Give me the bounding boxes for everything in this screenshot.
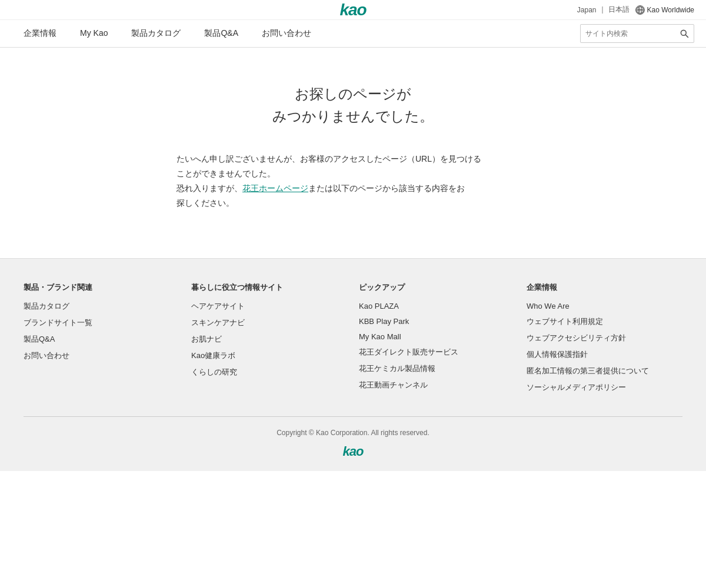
worldwide-label: Kao Worldwide bbox=[647, 6, 694, 14]
svg-line-4 bbox=[685, 35, 688, 37]
footer-link-skincare[interactable]: スキンケアナビ bbox=[191, 318, 245, 327]
list-item[interactable]: 花王動画チャンネル bbox=[359, 380, 515, 390]
nav-link-contact[interactable]: お問い合わせ bbox=[250, 20, 323, 47]
footer-col1-title: 製品・ブランド関連 bbox=[24, 282, 179, 293]
search-button[interactable] bbox=[675, 26, 694, 41]
footer-logo-text: kao bbox=[343, 444, 364, 459]
list-item[interactable]: Kao PLAZA bbox=[359, 301, 515, 310]
header-right-region: Japan ｜ 日本語 Kao Worldwide bbox=[577, 5, 694, 15]
footer-link-contact[interactable]: お問い合わせ bbox=[24, 351, 69, 360]
error-body-suffix: または以下のページから該当する内容をお bbox=[308, 183, 465, 193]
footer-columns: 製品・ブランド関連 製品カタログ ブランドサイト一覧 製品Q&A お問い合わせ … bbox=[24, 282, 682, 399]
footer-col4-list: Who We Are ウェブサイト利用規定 ウェブアクセシビリティ方針 個人情報… bbox=[527, 301, 682, 393]
list-item[interactable]: ウェブサイト利用規定 bbox=[527, 316, 682, 327]
list-item[interactable]: スキンケアナビ bbox=[191, 318, 347, 328]
nav-item-company[interactable]: 企業情報 bbox=[12, 20, 68, 47]
footer-link-social-media[interactable]: ソーシャルメディアポリシー bbox=[527, 383, 626, 392]
list-item[interactable]: ソーシャルメディアポリシー bbox=[527, 382, 682, 393]
footer-link-accessibility[interactable]: ウェブアクセシビリティ方針 bbox=[527, 333, 626, 342]
footer: 製品・ブランド関連 製品カタログ ブランドサイト一覧 製品Q&A お問い合わせ … bbox=[0, 258, 706, 471]
list-item[interactable]: 花王ダイレクト販売サービス bbox=[359, 347, 515, 358]
list-item[interactable]: くらしの研究 bbox=[191, 367, 347, 377]
footer-link-kbb[interactable]: KBB Play Park bbox=[359, 317, 409, 326]
footer-link-direct[interactable]: 花王ダイレクト販売サービス bbox=[359, 348, 458, 356]
globe-icon bbox=[635, 5, 645, 15]
footer-col-pickup: ピックアップ Kao PLAZA KBB Play Park My Kao Ma… bbox=[359, 282, 515, 399]
footer-col-lifestyle: 暮らしに役立つ情報サイト ヘアケアサイト スキンケアナビ お肌ナビ Kao健康ラ… bbox=[191, 282, 347, 399]
nav-item-qa[interactable]: 製品Q&A bbox=[192, 20, 250, 47]
list-item[interactable]: My Kao Mall bbox=[359, 332, 515, 341]
footer-link-kaoplaza[interactable]: Kao PLAZA bbox=[359, 302, 399, 310]
footer-bottom: Copyright © Kao Corporation. All rights … bbox=[24, 416, 682, 459]
main-nav: 企業情報 My Kao 製品カタログ 製品Q&A お問い合わせ bbox=[0, 20, 706, 48]
nav-link-catalog[interactable]: 製品カタログ bbox=[119, 20, 192, 47]
list-item[interactable]: 個人情報保護指針 bbox=[527, 349, 682, 360]
list-item[interactable]: ウェブアクセシビリティ方針 bbox=[527, 333, 682, 343]
site-logo[interactable]: kao bbox=[339, 1, 366, 19]
footer-link-life[interactable]: くらしの研究 bbox=[191, 368, 237, 376]
main-content: お探しのページが みつかりませんでした。 たいへん申し訳ございませんが、お客様の… bbox=[0, 48, 706, 258]
list-item[interactable]: お問い合わせ bbox=[24, 350, 179, 361]
footer-link-whoweare[interactable]: Who We Are bbox=[527, 302, 570, 310]
list-item[interactable]: 製品カタログ bbox=[24, 301, 179, 312]
header-region-info: Japan ｜ 日本語 bbox=[577, 5, 630, 15]
footer-col3-title: ピックアップ bbox=[359, 282, 515, 293]
svg-point-1 bbox=[638, 6, 642, 14]
nav-item-mykao[interactable]: My Kao bbox=[68, 20, 119, 47]
footer-col3-list: Kao PLAZA KBB Play Park My Kao Mall 花王ダイ… bbox=[359, 301, 515, 390]
footer-link-anonymized[interactable]: 匿名加工情報の第三者提供について bbox=[527, 366, 649, 375]
footer-link-video[interactable]: 花王動画チャンネル bbox=[359, 380, 428, 389]
footer-col4-title: 企業情報 bbox=[527, 282, 682, 293]
footer-link-brand[interactable]: ブランドサイト一覧 bbox=[24, 318, 92, 327]
nav-link-mykao[interactable]: My Kao bbox=[68, 20, 119, 46]
nav-link-company[interactable]: 企業情報 bbox=[12, 20, 68, 47]
nav-link-qa[interactable]: 製品Q&A bbox=[192, 20, 250, 47]
list-item[interactable]: KBB Play Park bbox=[359, 316, 515, 326]
list-item[interactable]: 匿名加工情報の第三者提供について bbox=[527, 366, 682, 376]
footer-col2-list: ヘアケアサイト スキンケアナビ お肌ナビ Kao健康ラボ くらしの研究 bbox=[191, 301, 347, 377]
list-item[interactable]: ヘアケアサイト bbox=[191, 301, 347, 312]
footer-col-products: 製品・ブランド関連 製品カタログ ブランドサイト一覧 製品Q&A お問い合わせ bbox=[24, 282, 179, 399]
kao-homepage-link[interactable]: 花王ホームページ bbox=[242, 183, 308, 193]
kao-worldwide-link[interactable]: Kao Worldwide bbox=[635, 5, 694, 15]
list-item[interactable]: Who We Are bbox=[527, 301, 682, 310]
list-item[interactable]: Kao健康ラボ bbox=[191, 350, 347, 361]
country-label: Japan bbox=[577, 6, 597, 14]
footer-link-privacy[interactable]: 個人情報保護指針 bbox=[527, 350, 588, 359]
footer-link-haircare[interactable]: ヘアケアサイト bbox=[191, 302, 245, 310]
nav-item-contact[interactable]: お問い合わせ bbox=[250, 20, 323, 47]
list-item[interactable]: 花王ケミカル製品情報 bbox=[359, 363, 515, 374]
nav-links: 企業情報 My Kao 製品カタログ 製品Q&A お問い合わせ bbox=[12, 20, 323, 47]
footer-link-health[interactable]: Kao健康ラボ bbox=[191, 351, 235, 360]
error-body-text2: ことができませんでした。 bbox=[176, 169, 275, 178]
footer-col-corporate: 企業情報 Who We Are ウェブサイト利用規定 ウェブアクセシビリティ方針… bbox=[527, 282, 682, 399]
search-box[interactable] bbox=[580, 24, 694, 43]
search-icon bbox=[680, 29, 689, 38]
error-body-para1: たいへん申し訳ございませんが、お客様のアクセスしたページ（URL）を見つける こ… bbox=[176, 152, 530, 181]
list-item[interactable]: 製品Q&A bbox=[24, 334, 179, 345]
footer-link-chemical[interactable]: 花王ケミカル製品情報 bbox=[359, 364, 435, 373]
region-separator: ｜ bbox=[599, 5, 606, 15]
footer-link-terms[interactable]: ウェブサイト利用規定 bbox=[527, 317, 603, 326]
footer-link-mykao-mall[interactable]: My Kao Mall bbox=[359, 332, 401, 341]
language-label[interactable]: 日本語 bbox=[608, 5, 630, 15]
error-body-para2: 恐れ入りますが、花王ホームページまたは以下のページから該当する内容をお 探しくだ… bbox=[176, 181, 530, 211]
error-title: お探しのページが みつかりませんでした。 bbox=[12, 83, 694, 128]
error-title-line2: みつかりませんでした。 bbox=[272, 108, 434, 124]
error-title-line1: お探しのページが bbox=[295, 86, 411, 102]
error-body-text1: たいへん申し訳ございませんが、お客様のアクセスしたページ（URL）を見つける bbox=[176, 154, 481, 163]
footer-link-catalog[interactable]: 製品カタログ bbox=[24, 302, 69, 310]
footer-copyright: Copyright © Kao Corporation. All rights … bbox=[24, 429, 682, 437]
footer-logo: kao bbox=[24, 444, 682, 459]
list-item[interactable]: ブランドサイト一覧 bbox=[24, 318, 179, 328]
error-body-prefix: 恐れ入りますが、 bbox=[176, 183, 242, 193]
footer-col2-title: 暮らしに役立つ情報サイト bbox=[191, 282, 347, 293]
search-input[interactable] bbox=[581, 27, 675, 40]
error-body-text4: 探しください。 bbox=[176, 198, 234, 208]
error-body: たいへん申し訳ございませんが、お客様のアクセスしたページ（URL）を見つける こ… bbox=[176, 152, 530, 211]
list-item[interactable]: お肌ナビ bbox=[191, 334, 347, 345]
footer-link-skin[interactable]: お肌ナビ bbox=[191, 335, 222, 343]
footer-col1-list: 製品カタログ ブランドサイト一覧 製品Q&A お問い合わせ bbox=[24, 301, 179, 361]
nav-item-catalog[interactable]: 製品カタログ bbox=[119, 20, 192, 47]
footer-link-qa[interactable]: 製品Q&A bbox=[24, 335, 55, 343]
